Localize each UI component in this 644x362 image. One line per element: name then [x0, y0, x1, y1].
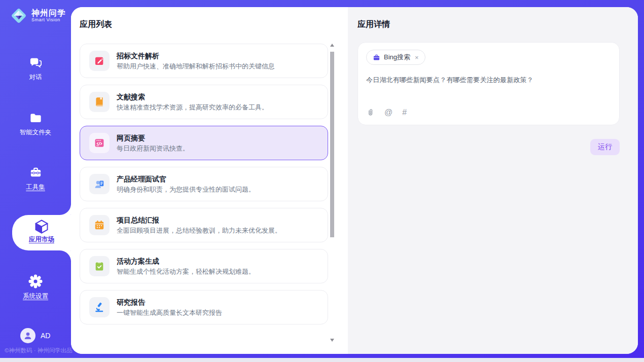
sidebar-item-label: 系统设置 [0, 292, 71, 301]
app-card-web-summary[interactable]: 网页摘要 每日政府新闻资讯快查。 [80, 126, 328, 160]
mention-icon[interactable]: @ [384, 108, 392, 117]
app-card-event-plan[interactable]: 活动方案生成 智能生成个性化活动方案，轻松解决规划难题。 [80, 249, 328, 283]
person-icon [23, 331, 33, 341]
briefcase-icon [373, 54, 380, 61]
sidebar-item-app-market[interactable]: 应用市场 [12, 215, 71, 250]
clipboard-check-icon [89, 256, 110, 276]
scroll-up-arrow[interactable] [330, 44, 334, 47]
app-card-description: 一键智能生成高质量长文本研究报告 [117, 309, 222, 317]
app-card-research-report[interactable]: 研究报告 一键智能生成高质量长文本研究报告 [80, 290, 328, 324]
app-detail-panel: 应用详情 Bing搜索 × 今日湖北有哪些新闻要点？有哪些需要关注的最新政策？ … [348, 7, 638, 354]
microscope-icon [89, 297, 110, 317]
sidebar-item-smart-folders[interactable]: 智能文件夹 [0, 111, 71, 137]
scrollbar-thumb[interactable] [330, 52, 334, 237]
prompt-card: Bing搜索 × 今日湖北有哪些新闻要点？有哪些需要关注的最新政策？ @ # [357, 42, 620, 125]
app-card-title: 项目总结汇报 [117, 216, 281, 225]
app-card-pm-interviewer[interactable]: 产品经理面试官 明确身份和职责，为您提供专业性的面试问题。 [80, 167, 328, 201]
app-card-description: 智能生成个性化活动方案，轻松解决规划难题。 [117, 268, 255, 276]
composer-toolbar: @ # [366, 108, 611, 118]
book-icon [89, 92, 110, 112]
app-card-literature-search[interactable]: 文献搜索 快速精准查找学术资源，提高研究效率的必备工具。 [80, 85, 328, 119]
app-card-list: 招标文件解析 帮助用户快速、准确地理解和解析招标书中的关键信息 文献搜索 快速精… [80, 44, 328, 328]
app-detail-title: 应用详情 [357, 19, 620, 30]
app-logo: 神州问学 Smart Vision [9, 6, 66, 25]
bottom-edge-strip [0, 358, 644, 362]
brand-tagline: Smart Vision [31, 18, 66, 22]
run-button[interactable]: 运行 [590, 139, 620, 155]
app-card-title: 招标文件解析 [117, 52, 275, 60]
app-card-title: 活动方案生成 [117, 257, 255, 266]
scroll-down-arrow[interactable] [330, 339, 334, 342]
sidebar: 神州问学 Smart Vision 对话 智能文件夹 工具集 [0, 0, 71, 358]
app-card-bid-analysis[interactable]: 招标文件解析 帮助用户快速、准确地理解和解析招标书中的关键信息 [80, 44, 328, 78]
toolbox-icon [29, 166, 43, 179]
edit-doc-icon [89, 51, 110, 71]
gear-icon [28, 274, 43, 288]
scrollbar [330, 34, 335, 349]
sidebar-item-settings[interactable]: 系统设置 [0, 274, 71, 301]
cube-icon [34, 219, 49, 234]
chat-icon [29, 56, 43, 69]
app-card-title: 产品经理面试官 [117, 175, 255, 184]
attachment-icon[interactable] [366, 108, 375, 117]
app-card-title: 网页摘要 [117, 134, 189, 142]
browser-code-icon [89, 133, 110, 153]
app-card-description: 明确身份和职责，为您提供专业性的面试问题。 [117, 186, 255, 194]
sidebar-item-label: 工具集 [0, 183, 71, 192]
content-panel: 应用列表 招标文件解析 帮助用户快速、准确地理解和解析招标书中的关键信息 [71, 7, 638, 354]
sidebar-item-toolset[interactable]: 工具集 [0, 166, 71, 192]
user-account[interactable]: AD [20, 328, 50, 343]
logo-gem-icon [9, 6, 28, 25]
sidebar-item-label: 智能文件夹 [0, 128, 71, 137]
tool-chip-bing-search[interactable]: Bing搜索 × [366, 50, 425, 65]
calendar-icon [89, 215, 110, 235]
interviewer-icon [89, 174, 110, 194]
app-card-title: 文献搜索 [117, 93, 268, 101]
app-card-project-summary[interactable]: 项目总结汇报 全面回顾项目进展，总结经验教训，助力未来优化发展。 [80, 208, 328, 242]
app-card-description: 每日政府新闻资讯快查。 [117, 144, 189, 153]
chip-close-icon[interactable]: × [415, 54, 419, 61]
app-card-title: 研究报告 [117, 298, 222, 307]
hash-icon[interactable]: # [402, 108, 407, 117]
app-card-description: 快速精准查找学术资源，提高研究效率的必备工具。 [117, 103, 268, 112]
copyright-footer: ©神州数码 · 神州问学出品 [5, 347, 71, 354]
prompt-input[interactable]: 今日湖北有哪些新闻要点？有哪些需要关注的最新政策？ [366, 76, 611, 85]
app-card-description: 帮助用户快速、准确地理解和解析招标书中的关键信息 [117, 62, 275, 70]
avatar [20, 328, 35, 343]
app-list-title: 应用列表 [80, 19, 348, 30]
app-list-panel: 应用列表 招标文件解析 帮助用户快速、准确地理解和解析招标书中的关键信息 [71, 7, 348, 354]
folder-icon [29, 111, 43, 125]
sidebar-item-label: 对话 [0, 73, 71, 82]
brand-name: 神州问学 [31, 9, 66, 18]
user-name: AD [41, 332, 50, 340]
app-card-description: 全面回顾项目进展，总结经验教训，助力未来优化发展。 [117, 227, 281, 235]
sidebar-item-label: 应用市场 [12, 235, 71, 244]
tool-chip-label: Bing搜索 [384, 53, 410, 62]
sidebar-item-chat[interactable]: 对话 [0, 56, 71, 82]
